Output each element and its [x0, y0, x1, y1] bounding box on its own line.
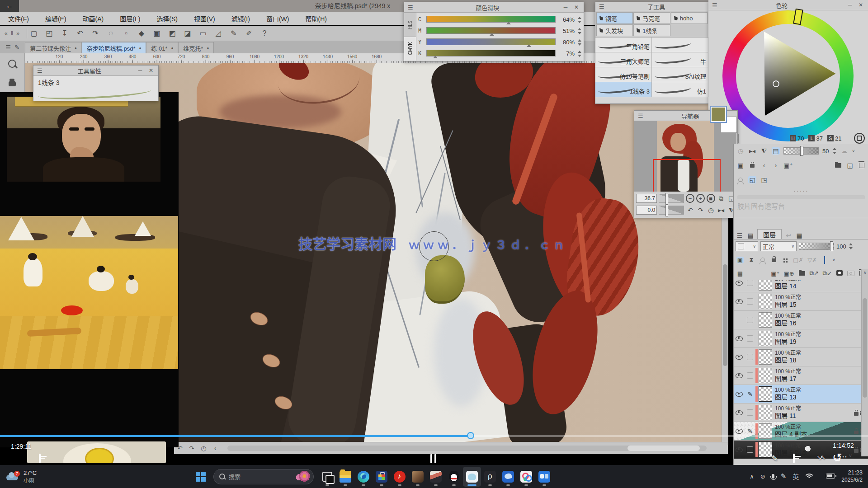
lighttable-opacity-slider[interactable]: [783, 147, 819, 155]
layer-thumbnail[interactable]: [759, 280, 772, 291]
zoom-out-button[interactable]: −: [686, 194, 694, 203]
drag-handle-dots[interactable]: ·····: [734, 187, 868, 194]
layer-visibility-eye-icon[interactable]: [734, 373, 745, 378]
snap-pen-icon[interactable]: ✎: [229, 29, 239, 38]
panel-menu-icon[interactable]: ☰: [408, 4, 413, 11]
bottom-video-strip[interactable]: [27, 441, 166, 463]
图层 16[interactable]: ✎ 100 %正常 图层 16: [734, 311, 868, 329]
图层 17[interactable]: ✎ 100 %正常 图层 17: [734, 366, 868, 385]
taskbar-icon-paint[interactable]: [463, 467, 481, 487]
document-tab[interactable]: 第二节课头像注 ●: [25, 42, 82, 53]
brush-item[interactable]: [652, 38, 708, 52]
menu-item[interactable]: 视图(V): [194, 14, 215, 23]
layer-visibility-eye-icon[interactable]: [734, 318, 745, 323]
main-color-swatch[interactable]: [710, 106, 727, 123]
image-icon[interactable]: ▣: [736, 162, 745, 169]
brush-item[interactable]: 仿1: [652, 82, 708, 97]
taskbar-icon-art1[interactable]: [409, 467, 427, 487]
zoom-tool-icon[interactable]: [6, 58, 18, 70]
layer-edit-state[interactable]: ✎: [745, 335, 755, 342]
spinner-icon[interactable]: [577, 51, 581, 57]
zoom-100-button[interactable]: ■: [707, 194, 715, 203]
select-layer-icon[interactable]: ◪: [183, 29, 193, 38]
color-cursor[interactable]: [773, 80, 779, 87]
panel-menu-icon[interactable]: ☰: [37, 67, 42, 74]
spinner-icon[interactable]: [577, 39, 581, 46]
target-export-icon[interactable]: ◳: [760, 176, 768, 183]
video-progress-played[interactable]: [0, 435, 471, 437]
layer-visibility-eye-icon[interactable]: [734, 429, 745, 434]
slider-caret[interactable]: [433, 56, 438, 58]
slider-caret[interactable]: [490, 33, 494, 36]
rotate-right-icon[interactable]: ↷: [696, 206, 705, 215]
clock-icon[interactable]: ◷: [736, 147, 745, 155]
fit-screen-icon[interactable]: ⧉: [717, 194, 726, 203]
save-icon[interactable]: ↧: [60, 29, 70, 38]
lock-layer-icon[interactable]: [770, 256, 778, 263]
layer-visibility-eye-icon[interactable]: [734, 281, 745, 286]
layer-list-scrollbar[interactable]: ∧: [861, 269, 868, 456]
video-progress-remaining[interactable]: [471, 435, 868, 437]
video-progress-handle[interactable]: [467, 432, 474, 439]
minimize-icon[interactable]: ─: [137, 67, 144, 74]
rotate-left-icon[interactable]: ↶: [686, 206, 694, 215]
subtool-group-tab[interactable]: hoho: [671, 12, 708, 24]
new-layer-settings-icon[interactable]: ▣⊕: [783, 270, 794, 277]
slider-caret[interactable]: [506, 22, 511, 24]
brush-item[interactable]: 牛: [652, 52, 708, 67]
layer-edit-state[interactable]: ✎: [745, 298, 755, 305]
select-border-icon[interactable]: ▭: [198, 29, 208, 38]
close-icon[interactable]: ✕: [857, 2, 864, 8]
redo-icon[interactable]: ↷: [90, 29, 100, 38]
history-icon[interactable]: ↩: [784, 232, 793, 239]
pause-button[interactable]: [430, 454, 436, 463]
ime-indicator[interactable]: 英: [793, 472, 799, 481]
menu-item[interactable]: 编辑(E): [45, 14, 66, 23]
subtool-group-tab[interactable]: 头发块: [596, 24, 633, 36]
brush-item[interactable]: 1线条 3: [595, 82, 652, 97]
layer-thumbnail[interactable]: [759, 312, 772, 328]
layer-thumbnail[interactable]: [759, 349, 772, 365]
menu-item[interactable]: 文件(F): [8, 14, 29, 23]
open-file-icon[interactable]: ◰: [44, 29, 54, 38]
clip-to-layer-icon[interactable]: ▣: [736, 257, 744, 263]
taskbar-icon-papp[interactable]: [481, 467, 499, 487]
layers-tab[interactable]: 图层: [757, 229, 782, 239]
spinner-icon[interactable]: [577, 17, 581, 23]
panel-menu-icon[interactable]: ☰: [638, 113, 643, 119]
color-mode-tab[interactable]: HLS: [404, 13, 416, 37]
layers-icon[interactable]: ▤: [746, 232, 755, 239]
menu-item[interactable]: 动画(A): [83, 14, 104, 23]
microphone-icon[interactable]: [772, 473, 774, 480]
close-icon[interactable]: ✕: [147, 67, 155, 74]
panel-menu-icon[interactable]: ☰: [712, 2, 717, 9]
list-icon[interactable]: ☰: [5, 44, 11, 51]
图层 19[interactable]: ✎ 100 %正常 图层 19: [734, 329, 868, 348]
taskbar-icon-edge[interactable]: [354, 467, 373, 487]
fill-icon[interactable]: ◆: [137, 29, 146, 38]
open-folder-icon[interactable]: [834, 162, 842, 169]
spinner-icon[interactable]: [832, 148, 836, 154]
person-icon[interactable]: [736, 176, 745, 183]
shrink-icon[interactable]: ↘↖: [816, 454, 824, 461]
pen-settings-icon[interactable]: ✎: [781, 472, 787, 480]
rotate-value[interactable]: 0.0: [636, 206, 657, 215]
wifi-icon[interactable]: [805, 473, 813, 480]
document-tab[interactable]: 维克托* ●: [178, 42, 214, 53]
mask-disable-icon[interactable]: ▢✗: [793, 257, 803, 263]
图层 18[interactable]: ✎ 100 %正常 图层 18: [734, 348, 868, 366]
next-frame-icon[interactable]: ›: [772, 162, 780, 169]
more-options-icon[interactable]: ⋯: [839, 452, 847, 462]
zoom-slider[interactable]: [659, 194, 684, 203]
new-folder-icon[interactable]: [798, 270, 806, 277]
layer-visibility-eye-icon[interactable]: [734, 299, 745, 304]
menu-item[interactable]: 选择(S): [156, 14, 178, 23]
zoom-in-button[interactable]: +: [696, 194, 705, 203]
add-frame-icon[interactable]: ▣⁺: [783, 162, 793, 169]
panel-menu-icon[interactable]: ☰: [599, 3, 604, 10]
layer-visibility-eye-icon[interactable]: [734, 355, 745, 360]
document-tab[interactable]: 奈步哈尼线稿.psd* ●: [82, 42, 146, 53]
blend-mode-dropdown[interactable]: 正常∨: [760, 241, 797, 251]
图层 13[interactable]: ✎ 100 %正常 图层 13: [734, 385, 868, 404]
video-back-button[interactable]: ←: [0, 0, 19, 12]
